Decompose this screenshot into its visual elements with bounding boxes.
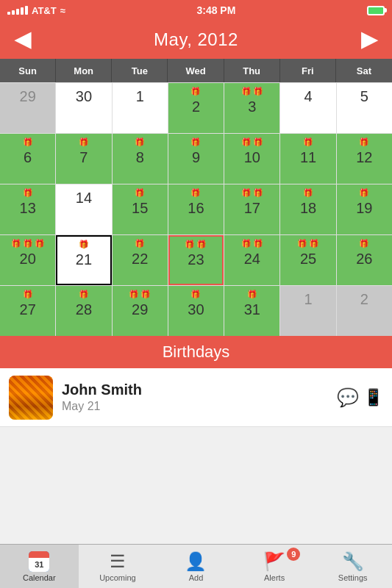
date-number: 22 (116, 250, 164, 268)
birthday-action-icons: 💬 📱 (337, 387, 383, 408)
calendar-day[interactable]: 🎁🎁29 (113, 286, 168, 336)
calendar-day[interactable]: 🎁19 (337, 184, 392, 234)
gift-icons: 🎁 (60, 240, 107, 249)
calendar-day[interactable]: 🎁31 (224, 286, 279, 336)
calendar-day[interactable]: 1 (280, 286, 335, 336)
calendar-day[interactable]: 🎁🎁🎁20 (0, 235, 55, 285)
calendar-day[interactable]: 🎁11 (280, 134, 335, 184)
calendar-day[interactable]: 🎁7 (56, 134, 111, 184)
gift-icons: 🎁 (4, 290, 51, 299)
date-number: 1 (116, 87, 164, 105)
calendar-day[interactable]: 🎁🎁25 (280, 235, 335, 285)
tab-calendar-label: Calendar (23, 573, 56, 582)
tab-calendar[interactable]: 31 Calendar (0, 545, 79, 588)
date-number: 12 (341, 148, 388, 166)
gift-icons: 🎁 (60, 290, 107, 299)
birthdays-header: Birthdays (0, 336, 392, 368)
date-number: 5 (341, 87, 388, 105)
date-number: 27 (4, 301, 51, 318)
birthday-photo (9, 376, 53, 420)
calendar-day[interactable]: 5 (337, 83, 392, 133)
tab-settings[interactable]: 🔧 Settings (313, 545, 392, 588)
next-month-button[interactable]: ▶ (358, 29, 380, 50)
status-bar: AT&T ≈ 3:48 PM (0, 0, 392, 21)
gift-icons: 🎁 (284, 137, 332, 147)
calendar-day[interactable]: 🎁12 (337, 134, 392, 184)
date-number: 18 (284, 199, 332, 217)
calendar-day[interactable]: 🎁28 (56, 286, 111, 336)
day-header-wed: Wed (168, 59, 224, 82)
gift-icons: 🎁 (4, 188, 51, 198)
calendar-day[interactable]: 14 (56, 184, 111, 234)
date-number: 17 (228, 199, 276, 217)
date-number: 13 (4, 199, 51, 217)
calendar-header: ◀ May, 2012 ▶ (0, 21, 392, 59)
month-title: May, 2012 (154, 29, 238, 50)
date-number: 14 (60, 189, 107, 207)
calendar-day[interactable]: 🎁15 (113, 184, 168, 234)
calendar-day[interactable]: 🎁🎁23 (168, 235, 224, 285)
prev-month-button[interactable]: ◀ (12, 29, 34, 50)
calendar-day[interactable]: 4 (280, 83, 335, 133)
gift-icons: 🎁🎁 (228, 188, 276, 198)
date-number: 31 (228, 301, 276, 318)
tab-upcoming[interactable]: ☰ Upcoming (79, 545, 157, 588)
calendar-day[interactable]: 🎁13 (0, 184, 55, 234)
day-header-sun: Sun (0, 59, 56, 82)
calendar-day[interactable]: 🎁9 (168, 134, 224, 184)
alerts-badge: 9 (287, 548, 300, 561)
gift-icons: 🎁 (341, 137, 388, 147)
gift-icons: 🎁 (172, 137, 220, 147)
gift-icons: 🎁 (60, 137, 107, 147)
gift-icons: 🎁 (228, 290, 276, 299)
day-headers: Sun Mon Tue Wed Thu Fri Sat (0, 59, 392, 82)
calendar-day[interactable]: 29 (0, 83, 55, 133)
date-number: 23 (173, 251, 219, 268)
birthdays-title: Birthdays (163, 343, 230, 362)
signal-bars (7, 6, 28, 15)
gift-icons: 🎁🎁 (173, 240, 219, 249)
date-number: 7 (60, 148, 107, 166)
calendar-day[interactable]: 🎁8 (113, 134, 168, 184)
date-number: 4 (284, 87, 332, 105)
tab-settings-label: Settings (338, 573, 368, 582)
day-header-fri: Fri (280, 59, 336, 82)
gift-icons: 🎁 (172, 188, 220, 198)
tab-add[interactable]: 👤 Add (157, 545, 235, 588)
date-number: 19 (341, 199, 388, 217)
date-number: 2 (341, 290, 388, 308)
calendar-day[interactable]: 🎁18 (280, 184, 335, 234)
chat-icon[interactable]: 💬 (337, 387, 359, 408)
calendar-day[interactable]: 🎁6 (0, 134, 55, 184)
battery-icon (367, 6, 385, 15)
birthday-item[interactable]: John Smith May 21 💬 📱 (0, 368, 392, 427)
calendar-day[interactable]: 🎁🎁10 (224, 134, 279, 184)
gift-icons: 🎁🎁 (284, 239, 332, 248)
day-header-sat: Sat (336, 59, 392, 82)
calendar-day[interactable]: 🎁27 (0, 286, 55, 336)
date-number: 28 (60, 301, 107, 318)
gift-icons: 🎁🎁🎁 (4, 239, 51, 248)
calendar-day[interactable]: 🎁16 (168, 184, 224, 234)
calendar-day[interactable]: 🎁🎁3 (224, 83, 279, 133)
calendar-day[interactable]: 🎁2 (168, 83, 224, 133)
date-number: 15 (116, 199, 164, 217)
calendar-day[interactable]: 30 (56, 83, 111, 133)
tab-alerts[interactable]: 🚩 9 Alerts (235, 545, 314, 588)
gift-icons: 🎁🎁 (228, 137, 276, 147)
gift-icons: 🎁 (116, 137, 164, 147)
calendar-day[interactable]: 🎁21 (56, 235, 111, 285)
date-number: 8 (116, 148, 164, 166)
phone-icon[interactable]: 📱 (363, 388, 383, 407)
calendar-grid: 29301🎁2🎁🎁345🎁6🎁7🎁8🎁9🎁🎁10🎁11🎁12🎁1314🎁15🎁1… (0, 82, 392, 336)
calendar-day[interactable]: 🎁30 (168, 286, 224, 336)
calendar-day[interactable]: 🎁22 (113, 235, 168, 285)
gift-icons: 🎁 (116, 188, 164, 198)
calendar-day[interactable]: 1 (113, 83, 168, 133)
tab-add-label: Add (189, 573, 204, 582)
calendar-day[interactable]: 🎁26 (337, 235, 392, 285)
gift-icons: 🎁🎁 (116, 290, 164, 299)
calendar-day[interactable]: 2 (337, 286, 392, 336)
calendar-day[interactable]: 🎁🎁24 (224, 235, 279, 285)
calendar-day[interactable]: 🎁🎁17 (224, 184, 279, 234)
